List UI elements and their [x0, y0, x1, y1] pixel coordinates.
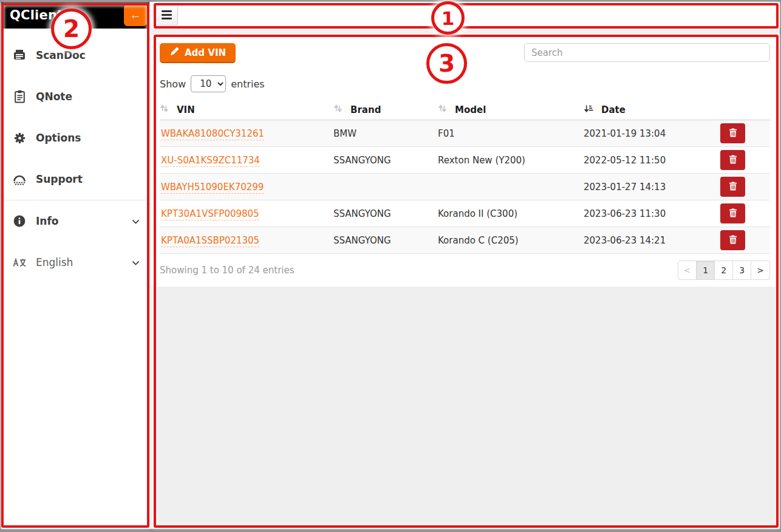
column-header-vin[interactable]: VIN — [160, 104, 333, 115]
sidebar-item-label: English — [36, 256, 73, 268]
vin-link[interactable]: KPTA0A1SSBP021305 — [161, 235, 259, 247]
model-cell: F01 — [438, 128, 584, 139]
brand-cell: BMW — [333, 128, 438, 139]
sort-icon — [333, 104, 343, 115]
column-header-model[interactable]: Model — [438, 104, 584, 115]
column-label: VIN — [177, 104, 195, 115]
sidebar-item-options[interactable]: Options — [1, 117, 149, 159]
trash-icon — [729, 208, 737, 219]
pagination-prev-button[interactable]: < — [678, 261, 697, 280]
trash-icon — [729, 235, 737, 246]
app-title: QClients — [1, 8, 71, 22]
column-label: Brand — [350, 104, 381, 115]
table-row: KPT30A1VSFP009805 SSANGYONG Korando II (… — [160, 200, 770, 227]
page-length-select[interactable]: 10 — [191, 75, 226, 92]
date-cell: 2023-06-23 11:30 — [584, 208, 714, 219]
column-header-brand[interactable]: Brand — [333, 104, 438, 115]
sidebar-item-label: QNote — [36, 90, 72, 103]
date-cell: 2023-01-27 14:13 — [584, 182, 714, 193]
info-icon — [12, 215, 27, 227]
scanner-icon — [12, 49, 27, 61]
brand-cell: SSANGYONG — [333, 155, 438, 166]
main-area: Add VIN Show 10 entries VIN — [150, 2, 780, 529]
model-cell: Korando C (C205) — [438, 235, 584, 246]
vin-link[interactable]: XU-S0A1KS9ZC11734 — [161, 155, 260, 167]
column-header-date[interactable]: Date — [584, 104, 714, 115]
table-header-row: VIN Brand Model Date — [160, 100, 770, 120]
app-window: QClients ← ScanDoc QNote — [1, 2, 780, 529]
language-icon — [12, 258, 27, 267]
column-label: Date — [601, 104, 626, 115]
vin-list-panel: Add VIN Show 10 entries VIN — [151, 36, 779, 287]
chevron-down-icon — [132, 257, 140, 268]
sort-descending-icon — [584, 104, 593, 115]
show-label: Show — [160, 78, 186, 90]
date-cell: 2021-01-19 13:04 — [584, 128, 714, 139]
sidebar-collapse-button[interactable]: ← — [124, 4, 147, 26]
sidebar-item-scandoc[interactable]: ScanDoc — [1, 35, 149, 76]
pagination: < 1 2 3 > — [678, 261, 770, 280]
vin-link[interactable]: WBAKA81080CY31261 — [161, 128, 264, 140]
brand-cell: SSANGYONG — [333, 208, 438, 219]
trash-icon — [729, 155, 737, 166]
arrow-left-icon: ← — [130, 9, 142, 21]
table-body: WBAKA81080CY31261 BMW F01 2021-01-19 13:… — [160, 120, 770, 254]
brand-cell: SSANGYONG — [333, 235, 438, 246]
entries-info-text: Showing 1 to 10 of 24 entries — [160, 265, 295, 276]
delete-button[interactable] — [720, 150, 745, 170]
sort-icon — [438, 104, 447, 115]
date-cell: 2022-05-12 11:50 — [584, 155, 714, 166]
add-vin-button[interactable]: Add VIN — [160, 43, 236, 63]
gear-icon — [12, 132, 27, 145]
chevron-down-icon — [132, 216, 140, 227]
sort-icon — [160, 104, 169, 115]
vin-table: VIN Brand Model Date — [160, 100, 770, 254]
entries-label: entries — [231, 78, 264, 90]
sidebar-item-label: Info — [36, 215, 59, 227]
model-cell: Rexton New (Y200) — [438, 155, 584, 166]
clipboard-icon — [12, 90, 27, 103]
table-row: KPTA0A1SSBP021305 SSANGYONG Korando C (C… — [160, 227, 770, 254]
trash-icon — [729, 128, 737, 139]
delete-button[interactable] — [720, 203, 745, 223]
pagination-page-3[interactable]: 3 — [733, 261, 751, 280]
column-label: Model — [455, 104, 486, 115]
vin-link[interactable]: WBAYH51090EK70299 — [161, 182, 264, 194]
sidebar-item-support[interactable]: Support — [1, 159, 149, 200]
pencil-icon — [169, 47, 179, 59]
vin-link[interactable]: KPT30A1VSFP009805 — [161, 208, 259, 220]
support-icon — [12, 174, 27, 185]
pagination-page-1[interactable]: 1 — [697, 261, 715, 280]
sidebar-toggle-button[interactable] — [155, 4, 178, 26]
hamburger-icon — [162, 10, 172, 12]
pagination-page-2[interactable]: 2 — [715, 261, 733, 280]
table-row: WBAYH51090EK70299 2023-01-27 14:13 — [160, 174, 770, 200]
sidebar-item-label: Support — [36, 173, 83, 185]
sidebar-header: QClients ← — [1, 2, 149, 29]
table-row: XU-S0A1KS9ZC11734 SSANGYONG Rexton New (… — [160, 147, 770, 174]
model-cell: Korando II (C300) — [438, 208, 584, 219]
sidebar-item-info[interactable]: Info — [1, 200, 149, 242]
sidebar-nav: ScanDoc QNote Options Support — [1, 29, 149, 283]
sidebar-item-qnote[interactable]: QNote — [1, 76, 149, 117]
sidebar-item-label: ScanDoc — [36, 49, 86, 61]
delete-button[interactable] — [720, 177, 745, 197]
search-input[interactable] — [524, 43, 770, 62]
delete-button[interactable] — [720, 123, 745, 143]
sidebar-item-label: Options — [36, 132, 81, 144]
pagination-next-button[interactable]: > — [751, 261, 770, 280]
sidebar: QClients ← ScanDoc QNote — [1, 2, 150, 529]
date-cell: 2023-06-23 14:21 — [584, 235, 714, 246]
sidebar-item-language[interactable]: English — [1, 242, 149, 283]
trash-icon — [729, 182, 737, 193]
delete-button[interactable] — [720, 230, 745, 250]
topbar — [150, 2, 780, 29]
table-row: WBAKA81080CY31261 BMW F01 2021-01-19 13:… — [160, 120, 770, 147]
add-vin-label: Add VIN — [185, 47, 226, 58]
